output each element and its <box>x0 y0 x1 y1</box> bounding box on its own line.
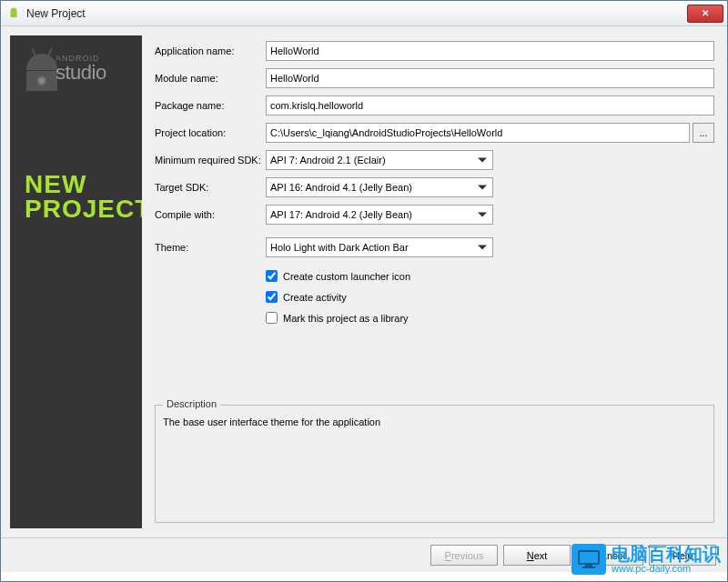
sidebar-heading: NEW PROJECT <box>25 173 135 221</box>
content-area: ✺ ANDROID studio NEW PROJECT Application… <box>1 26 727 537</box>
label-chk-activity: Create activity <box>283 292 347 303</box>
previous-button: Previous <box>430 545 498 566</box>
browse-button[interactable]: ... <box>693 123 714 143</box>
app-icon <box>6 6 21 21</box>
label-chk-launcher: Create custom launcher icon <box>283 271 410 282</box>
svg-rect-3 <box>585 565 592 567</box>
close-button[interactable] <box>687 5 723 23</box>
dialog-window: New Project ✺ ANDROID studio NEW PROJECT… <box>0 0 728 582</box>
label-module-name: Module name: <box>155 73 266 84</box>
svg-rect-1 <box>11 12 17 17</box>
description-title: Description <box>163 398 220 409</box>
label-chk-library: Mark this project as a library <box>283 313 409 324</box>
label-package-name: Package name: <box>155 100 266 111</box>
watermark: 电脑百科知识 www.pc-daily.com <box>564 542 728 577</box>
label-project-location: Project location: <box>155 127 266 138</box>
watermark-url: www.pc-daily.com <box>612 563 721 574</box>
select-target-sdk[interactable]: API 16: Android 4.1 (Jelly Bean) <box>266 177 493 197</box>
svg-rect-4 <box>582 567 595 568</box>
input-package-name[interactable] <box>266 95 714 115</box>
titlebar[interactable]: New Project <box>1 1 727 26</box>
watermark-text: 电脑百科知识 <box>612 545 721 563</box>
input-module-name[interactable] <box>266 68 714 88</box>
svg-rect-2 <box>579 551 599 564</box>
label-min-sdk: Minimum required SDK: <box>155 155 266 166</box>
input-project-location[interactable] <box>266 123 690 143</box>
select-compile-with[interactable]: API 17: Android 4.2 (Jelly Bean) <box>266 205 493 225</box>
checkbox-create-activity[interactable] <box>266 291 278 303</box>
label-target-sdk: Target SDK: <box>155 182 266 193</box>
label-app-name: Application name: <box>155 45 266 56</box>
description-group: Description The base user interface them… <box>155 405 714 523</box>
select-theme[interactable]: Holo Light with Dark Action Bar <box>266 237 493 257</box>
sidebar: ✺ ANDROID studio NEW PROJECT <box>10 35 142 528</box>
label-compile-with: Compile with: <box>155 209 266 220</box>
form-panel: Application name: Module name: Package n… <box>142 35 718 528</box>
description-text: The base user interface theme for the ap… <box>163 416 706 427</box>
brand-text: studio <box>56 61 106 85</box>
checkbox-library[interactable] <box>266 312 278 324</box>
input-app-name[interactable] <box>266 41 714 61</box>
watermark-badge-icon <box>571 544 606 575</box>
window-title: New Project <box>26 7 687 20</box>
select-min-sdk[interactable]: API 7: Android 2.1 (Eclair) <box>266 150 493 170</box>
label-theme: Theme: <box>155 242 266 253</box>
checkbox-launcher-icon[interactable] <box>266 270 278 282</box>
next-button[interactable]: Next <box>503 545 571 566</box>
